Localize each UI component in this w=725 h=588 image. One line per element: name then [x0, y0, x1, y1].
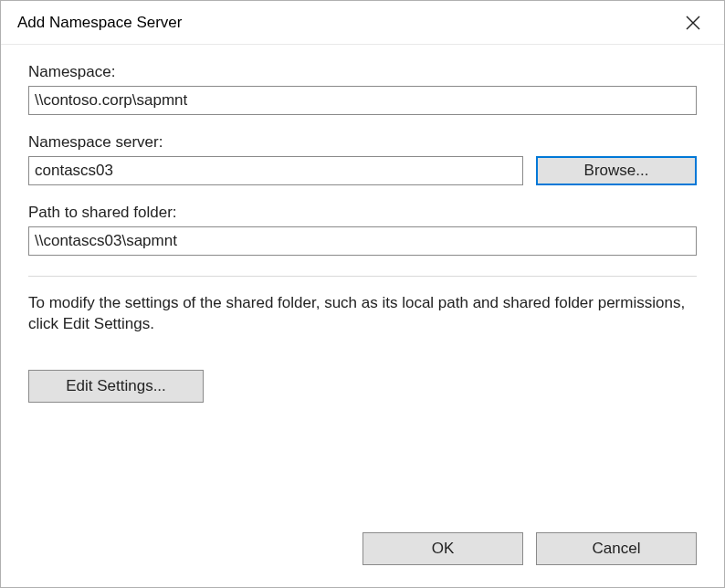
namespace-input[interactable]	[28, 86, 697, 115]
namespace-server-input[interactable]	[28, 156, 523, 185]
close-icon	[686, 16, 700, 30]
dialog-content: Namespace: Namespace server: Browse... P…	[1, 45, 724, 532]
divider	[28, 276, 697, 277]
close-button[interactable]	[667, 3, 719, 43]
path-input[interactable]	[28, 226, 697, 256]
path-label: Path to shared folder:	[28, 204, 697, 222]
namespace-label: Namespace:	[28, 63, 697, 81]
help-text: To modify the settings of the shared fol…	[28, 293, 697, 335]
window-title: Add Namespace Server	[17, 14, 667, 32]
dialog-footer: OK Cancel	[1, 532, 724, 587]
cancel-button[interactable]: Cancel	[536, 532, 697, 565]
browse-button[interactable]: Browse...	[536, 156, 697, 185]
namespace-server-label: Namespace server:	[28, 133, 697, 152]
edit-settings-button[interactable]: Edit Settings...	[28, 370, 204, 403]
namespace-server-row: Browse...	[28, 156, 697, 185]
titlebar: Add Namespace Server	[1, 1, 724, 45]
dialog-window: Add Namespace Server Namespace: Namespac…	[0, 0, 725, 588]
ok-button[interactable]: OK	[362, 532, 523, 565]
